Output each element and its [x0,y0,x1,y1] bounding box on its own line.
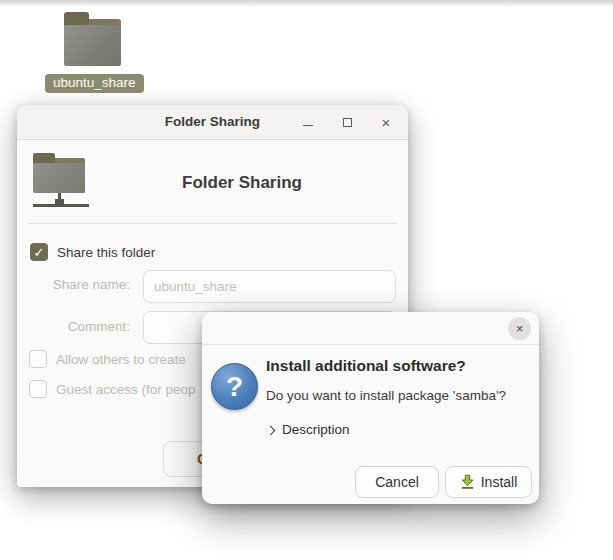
share-name-input[interactable] [143,270,396,303]
check-icon: ✓ [34,245,45,260]
desktop-folder-ubuntu-share[interactable]: ubuntu_share [45,12,145,93]
close-icon: × [516,322,524,335]
dialog-heading: Folder Sharing [107,173,377,193]
close-button[interactable]: × [378,115,394,131]
download-icon [460,474,475,490]
dialog-titlebar[interactable]: × [202,312,539,345]
install-software-dialog: × ? Install additional software? Do you … [202,312,539,504]
folder-icon[interactable] [64,12,121,67]
cancel-button[interactable]: Cancel [355,466,439,498]
chevron-right-icon [266,425,276,435]
checkbox-unchecked-icon[interactable] [29,380,47,398]
window-controls: × [300,105,394,140]
description-expander-label: Description [282,422,350,437]
question-glyph: ? [226,371,243,403]
desktop-folder-label[interactable]: ubuntu_share [45,74,144,93]
share-this-folder-label: Share this folder [57,245,155,260]
install-dialog-heading: Install additional software? [266,357,466,375]
close-icon: × [382,115,391,130]
maximize-icon [343,118,352,127]
description-expander[interactable]: Description [267,422,350,437]
screen-top-shadow [0,0,613,7]
share-name-label: Share name: [17,277,130,292]
header-separator [27,223,398,224]
dialog-header: Folder Sharing [17,140,408,228]
install-button-label: Install [481,474,518,490]
allow-others-checkbox[interactable]: Allow others to create [29,350,186,368]
titlebar[interactable]: Folder Sharing × [17,105,408,140]
dialog-close-button[interactable]: × [508,317,531,340]
question-icon: ? [211,363,258,410]
maximize-button[interactable] [339,115,355,131]
folder-front [64,25,121,66]
folder-tab [64,12,89,25]
share-this-folder-checkbox[interactable]: ✓ Share this folder [30,243,155,261]
cancel-button-label: Cancel [375,474,419,490]
shared-folder-icon [33,153,89,213]
install-button[interactable]: Install [445,466,532,498]
minimize-button[interactable] [300,115,316,131]
checkbox-unchecked-icon[interactable] [29,350,47,368]
minimize-icon [303,125,313,126]
guest-access-checkbox[interactable]: Guest access (for peop [29,380,196,398]
install-dialog-message: Do you want to install package 'samba'? [266,388,506,403]
guest-access-label: Guest access (for peop [56,382,196,397]
comment-label: Comment: [17,319,130,334]
checkbox-checked-icon[interactable]: ✓ [30,243,48,261]
allow-others-label: Allow others to create [56,352,186,367]
